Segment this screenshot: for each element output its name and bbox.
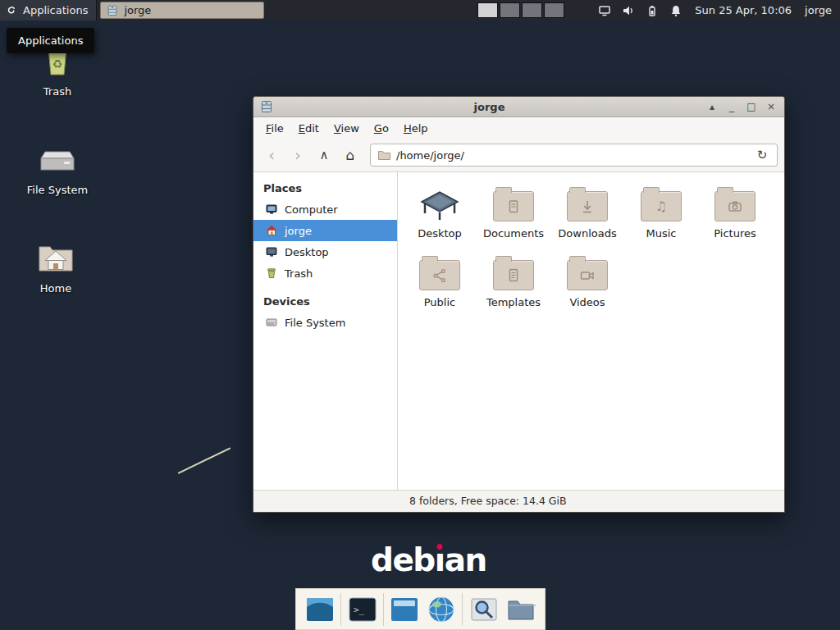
desktop-icon-file-system[interactable]: File System: [12, 139, 103, 196]
svg-text:>_: >_: [354, 605, 365, 615]
maximize-button[interactable]: □: [745, 101, 758, 112]
taskbar-button-label: jorge: [124, 4, 151, 16]
folder-item-downloads[interactable]: Downloads: [550, 184, 624, 240]
sidebar-item-computer[interactable]: Computer: [253, 199, 397, 220]
sidebar-item-file-system[interactable]: File System: [253, 312, 397, 333]
dock: >_: [295, 588, 546, 630]
dock-item-web-browser[interactable]: [425, 593, 458, 626]
magnifier-icon: [469, 595, 499, 624]
folder-icon: [419, 260, 460, 290]
applications-tooltip: Applications: [7, 28, 94, 53]
home-button[interactable]: ⌂: [339, 144, 362, 167]
home-icon: [265, 224, 278, 237]
shade-button[interactable]: ▴: [705, 101, 719, 112]
window-titlebar[interactable]: jorge ▴ _ □ ×: [253, 97, 784, 117]
dock-separator: [340, 593, 341, 626]
devices-header: Devices: [253, 290, 397, 312]
dock-item-terminal[interactable]: >_: [346, 593, 379, 626]
panel-username[interactable]: jorge: [805, 4, 832, 16]
location-bar[interactable]: /home/jorge/ ↻: [370, 144, 778, 167]
desktop-icon-label: Trash: [12, 85, 103, 98]
folder-label: Downloads: [550, 227, 624, 240]
folder-icon: [567, 191, 608, 221]
music-note-emblem-icon: ♫: [655, 200, 667, 213]
sidebar-item-trash[interactable]: Trash: [253, 262, 397, 284]
window-icon: [260, 100, 273, 113]
folder-label: Templates: [477, 296, 550, 308]
drive-icon: [38, 139, 77, 179]
computer-icon: [265, 203, 278, 216]
system-tray: [597, 3, 683, 18]
workspace-3[interactable]: [522, 2, 542, 18]
sidebar-item-jorge[interactable]: jorge: [253, 220, 397, 241]
trash-icon: [265, 267, 278, 280]
camera-emblem-icon: [727, 199, 743, 215]
top-panel: Applications jorge Sun 25 Apr, 10:06 jor…: [0, 0, 840, 21]
folder-item-videos[interactable]: Videos: [550, 253, 624, 308]
folder-icon: [493, 260, 534, 290]
taskbar-button-jorge[interactable]: jorge: [100, 2, 264, 19]
workspace-4[interactable]: [544, 2, 564, 18]
sidebar-item-label: Desktop: [285, 246, 329, 258]
sidebar: Places Computer jorge: [253, 172, 398, 490]
dock-item-panel-settings[interactable]: [388, 593, 421, 626]
folder-item-pictures[interactable]: Pictures: [698, 184, 772, 240]
menu-go[interactable]: Go: [367, 119, 396, 138]
folder-label: Documents: [477, 227, 550, 240]
folder-label: Videos: [550, 296, 624, 308]
svg-text:♻: ♻: [52, 57, 63, 71]
menu-file[interactable]: File: [258, 119, 291, 138]
desktop-icon: [265, 245, 278, 258]
globe-icon: [427, 595, 456, 624]
sidebar-item-label: Computer: [285, 203, 338, 216]
drive-icon: [265, 316, 278, 329]
sidebar-item-desktop[interactable]: Desktop: [253, 241, 397, 262]
menu-edit[interactable]: Edit: [291, 119, 326, 138]
dock-item-app-finder[interactable]: [468, 593, 500, 626]
folder-label: Music: [624, 227, 698, 240]
location-path: /home/jorge/: [396, 149, 464, 162]
dock-item-file-manager[interactable]: [504, 593, 537, 626]
folder-icon: [493, 191, 534, 221]
folder-item-public[interactable]: Public: [403, 253, 477, 308]
debian-logo: debıan: [371, 541, 486, 578]
folder-view: Desktop Documents: [398, 172, 784, 490]
workspace-2[interactable]: [500, 2, 520, 18]
folder-icon: [377, 149, 390, 161]
menu-view[interactable]: View: [326, 119, 367, 138]
up-button[interactable]: ∧: [313, 144, 336, 167]
terminal-icon: >_: [348, 595, 377, 624]
dock-item-desktop-switcher[interactable]: [304, 593, 336, 626]
folder-item-templates[interactable]: Templates: [477, 253, 550, 308]
desktop-icon-label: File System: [12, 184, 103, 196]
folder-item-desktop[interactable]: Desktop: [403, 184, 477, 240]
display-icon[interactable]: [597, 3, 612, 18]
stray-line: [178, 447, 231, 474]
forward-button[interactable]: ›: [286, 144, 309, 167]
folder-label: Desktop: [403, 227, 477, 240]
menubar: File Edit View Go Help: [253, 117, 784, 139]
desktop-icon-home[interactable]: Home: [11, 238, 101, 294]
folder-icon: [506, 595, 536, 624]
battery-icon[interactable]: [645, 3, 660, 18]
notifications-icon[interactable]: [669, 3, 683, 18]
folder-label: Public: [403, 296, 477, 308]
panel-clock[interactable]: Sun 25 Apr, 10:06: [695, 4, 792, 16]
back-button[interactable]: ‹: [260, 144, 283, 167]
debian-logo-text: deb: [371, 541, 435, 578]
applications-menu-button[interactable]: Applications: [0, 0, 97, 21]
close-button[interactable]: ×: [765, 101, 778, 112]
folder-item-documents[interactable]: Documents: [477, 184, 550, 240]
folder-item-music[interactable]: ♫ Music: [624, 184, 698, 240]
volume-icon[interactable]: [621, 3, 636, 18]
places-header: Places: [253, 177, 397, 199]
workspace-1[interactable]: [477, 2, 498, 18]
sidebar-item-label: File System: [285, 317, 345, 329]
desktop-icon-label: Home: [11, 282, 101, 294]
minimize-button[interactable]: _: [725, 101, 738, 112]
reload-button[interactable]: ↻: [754, 148, 770, 162]
panel-settings-icon: [390, 595, 419, 624]
debian-red-dot: [436, 544, 442, 550]
menu-help[interactable]: Help: [396, 119, 436, 138]
file-cabinet-icon: [107, 5, 118, 16]
